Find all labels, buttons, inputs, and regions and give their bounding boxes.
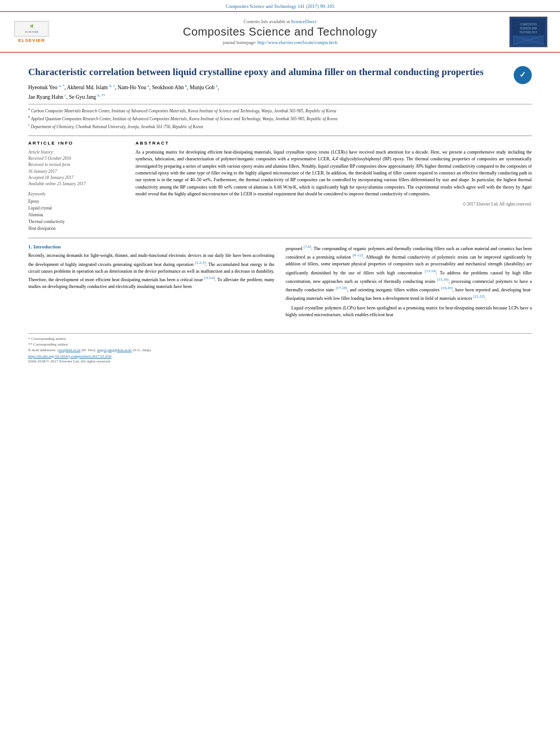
corresponding-author-note-2: ** Corresponding author. — [28, 342, 532, 347]
contents-available-text: Contents lists available at ScienceDirec… — [54, 19, 506, 24]
introduction-heading: 1. Introduction — [28, 244, 274, 250]
keywords-section: Keywords: Epoxy Liquid crystal Alumina T… — [28, 191, 124, 232]
svg-text:COMPOSITES: COMPOSITES — [520, 23, 537, 26]
journal-cover-area: COMPOSITES SCIENCE AND TECHNOLOGY — [506, 16, 551, 47]
page-container: Composites Science and Technology 141 (2… — [0, 0, 560, 747]
journal-homepage-link[interactable]: http://www.elsevier.com/locate/compscite… — [257, 40, 338, 45]
intro-paragraph-3: Liquid crystalline polymers (LCPs) have … — [286, 305, 532, 319]
keywords-heading: Keywords: — [28, 191, 124, 196]
revised-date: 16 January 2017 — [28, 168, 124, 174]
ref-13-14[interactable]: [13,14] — [425, 269, 436, 273]
svg-text:🌿: 🌿 — [30, 24, 34, 28]
journal-header: 🌿 ELSEVIER ELSEVIER Contents lists avail… — [0, 11, 560, 53]
introduction-text-right: proposed [7,8]. The compounding of organ… — [286, 244, 532, 318]
ref-19-20[interactable]: [19,20] — [441, 286, 452, 290]
introduction-text-left: Recently, increasing demands for light-w… — [28, 252, 274, 290]
keyword-1: Epoxy — [28, 198, 124, 205]
corresponding-author-note: * Corresponding author. — [28, 337, 532, 341]
elsevier-logo: 🌿 ELSEVIER ELSEVIER — [14, 21, 49, 43]
svg-text:ELSEVIER: ELSEVIER — [25, 30, 38, 33]
keywords-list: Epoxy Liquid crystal Alumina Thermal con… — [28, 198, 124, 232]
svg-text:SCIENCE AND: SCIENCE AND — [520, 27, 537, 30]
journal-citation-text: Composites Science and Technology 141 (2… — [226, 3, 334, 9]
body-left-column: 1. Introduction Recently, increasing dem… — [28, 244, 274, 321]
abstract-text: As a promising matrix for developing eff… — [135, 149, 532, 198]
doi-line: http://dx.doi.org/10.1016/j.compscitech.… — [28, 354, 532, 359]
keyword-2: Liquid crystal — [28, 205, 124, 212]
ref-21-22[interactable]: [21,22] — [473, 294, 484, 299]
intro-paragraph-1: Recently, increasing demands for light-w… — [28, 252, 274, 290]
article-info-abstract: ARTICLE INFO Article history: Received 5… — [28, 136, 532, 233]
abstract-column: ABSTRACT As a promising matrix for devel… — [135, 141, 532, 233]
article-info-column: ARTICLE INFO Article history: Received 5… — [28, 141, 124, 233]
doi-link[interactable]: http://dx.doi.org/10.1016/j.compscitech.… — [28, 354, 111, 359]
email-addresses: E-mail addresses: yeo@kist.re.kr (H. Yeo… — [28, 348, 532, 352]
authors-text: Hyeonuk Yeo a, *, Akherul Md. Islam b, c… — [28, 85, 219, 90]
revised-text: Received in revised form — [28, 161, 124, 168]
affiliation-a: a Carbon Composite Materials Research Ce… — [28, 107, 532, 114]
received-date: Received 5 October 2016 — [28, 155, 124, 161]
elsevier-logo-area: 🌿 ELSEVIER ELSEVIER — [9, 21, 54, 43]
elsevier-brand-text: ELSEVIER — [18, 38, 45, 43]
ref-9-12[interactable]: [9–12] — [353, 253, 364, 257]
main-content: Characteristic correlation between liqui… — [0, 53, 560, 327]
svg-text:TECHNOLOGY: TECHNOLOGY — [519, 31, 537, 34]
journal-header-center: Contents lists available at ScienceDirec… — [54, 19, 506, 45]
crossmark-badge: ✓ — [514, 66, 532, 84]
sciencedirect-link[interactable]: ScienceDirect — [291, 19, 317, 24]
svg-rect-0 — [15, 21, 48, 36]
body-right-column: proposed [7,8]. The compounding of organ… — [286, 244, 532, 321]
article-title-area: Characteristic correlation between liqui… — [28, 66, 532, 78]
article-title-text: Characteristic correlation between liqui… — [28, 67, 484, 77]
body-content: 1. Introduction Recently, increasing dem… — [28, 238, 532, 321]
elsevier-logo-image: 🌿 ELSEVIER — [14, 21, 49, 37]
footer: * Corresponding author. ** Corresponding… — [28, 333, 532, 364]
affiliations-section: a Carbon Composite Materials Research Ce… — [28, 104, 532, 130]
authors-text-2: Jae Ryang Hahn c, Se Gyu Jang b, ** — [28, 94, 106, 100]
top-citation: Composites Science and Technology 141 (2… — [0, 0, 560, 11]
abstract-heading: ABSTRACT — [135, 141, 532, 146]
affiliation-b: b Applied Quantum Composites Research Ce… — [28, 115, 532, 122]
journal-cover-image: COMPOSITES SCIENCE AND TECHNOLOGY — [509, 16, 548, 47]
email-link-1[interactable]: yeo@kist.re.kr — [57, 348, 80, 352]
affiliation-c: c Department of Chemistry, Chonbuk Natio… — [28, 123, 532, 130]
article-info-heading: ARTICLE INFO — [28, 141, 124, 146]
keyword-5: Heat dissipation — [28, 225, 124, 232]
authors-line: Hyeonuk Yeo a, *, Akherul Md. Islam b, c… — [28, 83, 532, 102]
journal-homepage: journal homepage: http://www.elsevier.co… — [54, 40, 506, 45]
article-history: Article history: Received 5 October 2016… — [28, 149, 124, 187]
issn-line: 0266-3538/© 2017 Elsevier Ltd. All right… — [28, 359, 532, 364]
intro-paragraph-2: proposed [7,8]. The compounding of organ… — [286, 244, 532, 302]
accepted-date: Accepted 18 January 2017 — [28, 174, 124, 181]
history-title: Article history: — [28, 149, 124, 155]
ref-4-5-6[interactable]: [4,5,6] — [204, 276, 215, 280]
journal-title: Composites Science and Technology — [54, 25, 506, 38]
copyright-line: © 2017 Elsevier Ltd. All rights reserved… — [135, 202, 532, 207]
ref-1-2-3[interactable]: [1,2,3] — [195, 260, 205, 265]
email-link-2[interactable]: segyu.jang@kist.re.kr — [97, 348, 132, 352]
keyword-3: Alumina — [28, 212, 124, 219]
ref-15-16[interactable]: [15,16] — [437, 277, 448, 282]
ref-17-18[interactable]: [17,18] — [336, 286, 347, 290]
ref-7-8[interactable]: [7,8] — [304, 244, 311, 249]
keyword-4: Thermal conductivity — [28, 219, 124, 225]
available-date: Available online 23 January 2017 — [28, 181, 124, 187]
